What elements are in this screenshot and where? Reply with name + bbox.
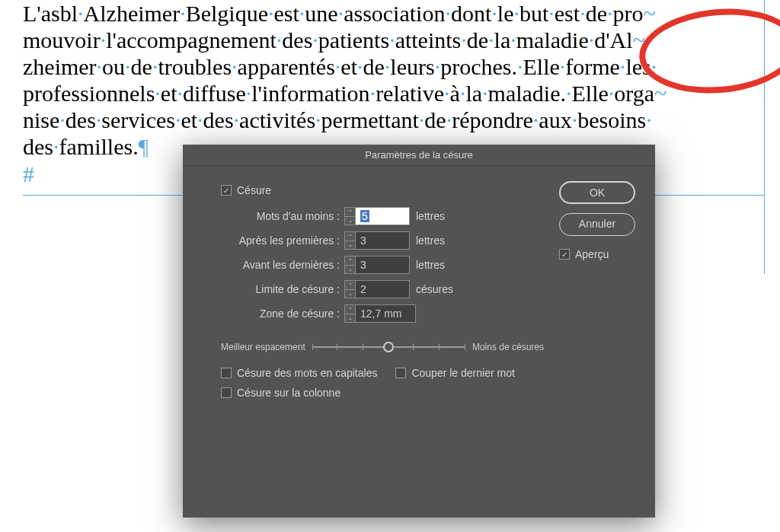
words-at-least-label: Mots d'au moins : <box>198 210 344 222</box>
before-last-unit: lettres <box>410 259 445 271</box>
slider-tick <box>337 344 337 350</box>
stepper-up-icon[interactable]: ⌃ <box>345 208 355 217</box>
slider-right-label: Moins de césures <box>472 342 544 352</box>
hyphen-zone-label: Zone de césure : <box>198 307 344 320</box>
slider-tick <box>312 344 313 350</box>
column-label: Césure sur la colonne <box>237 387 340 399</box>
last-word-checkbox-row[interactable]: Couper le dernier mot <box>395 365 514 381</box>
after-first-stepper[interactable]: ⌃⌄ <box>344 231 355 250</box>
last-word-checkbox[interactable] <box>395 368 406 378</box>
text-line-2: mouvoir·l'accompagnement·des·patients·at… <box>23 27 633 53</box>
preview-checkbox-row[interactable]: Aperçu <box>559 245 643 268</box>
last-word-label: Couper le dernier mot <box>411 367 514 379</box>
before-last-stepper[interactable]: ⌃⌄ <box>344 256 355 274</box>
text-line-5: nise·des·services·et·des·activités·perme… <box>23 107 652 132</box>
before-last-label: Avant les dernières : <box>198 259 344 271</box>
caps-label: Césure des mots en capitales <box>237 367 377 379</box>
hyphen-zone-input[interactable]: 12,7 mm <box>355 304 416 323</box>
stepper-down-icon[interactable]: ⌄ <box>345 290 355 298</box>
hyphenate-checkbox-row[interactable]: Césure <box>198 181 551 204</box>
hyphenation-settings-dialog: Paramètres de la césure Césure Mots d'au… <box>183 145 655 518</box>
stepper-down-icon[interactable]: ⌄ <box>345 241 355 250</box>
hyphenate-checkbox[interactable] <box>221 185 232 196</box>
slider-tick <box>439 344 440 350</box>
column-checkbox-row[interactable]: Césure sur la colonne <box>221 385 340 400</box>
caps-checkbox-row[interactable]: Césure des mots en capitales <box>221 365 377 381</box>
ok-button[interactable]: OK <box>559 181 635 204</box>
slider-left-label: Meilleur espacement <box>221 342 305 352</box>
end-of-story-marker: # <box>23 161 34 186</box>
before-last-input[interactable]: 3 <box>355 256 410 274</box>
text-line-3: zheimer·ou·de·troubles·apparentés·et·de·… <box>23 54 657 79</box>
words-at-least-stepper[interactable]: ⌃⌄ <box>344 207 355 225</box>
stepper-up-icon[interactable]: ⌃ <box>345 232 355 241</box>
slider-thumb[interactable] <box>383 342 394 352</box>
after-first-label: Après les premières : <box>198 234 344 247</box>
slider-tick <box>363 344 363 350</box>
slider-tick <box>465 344 465 350</box>
stepper-up-icon[interactable]: ⌃ <box>345 256 355 266</box>
caps-checkbox[interactable] <box>221 368 232 378</box>
column-checkbox[interactable] <box>221 387 232 398</box>
text-line-1: L'asbl·Alzheimer·Belgique·est·une·associ… <box>23 1 643 26</box>
discretionary-hyphen-2: ~ <box>633 27 645 53</box>
stepper-down-icon[interactable]: ⌄ <box>345 314 355 323</box>
after-first-input[interactable]: 3 <box>355 231 410 250</box>
stepper-up-icon[interactable]: ⌃ <box>345 281 355 290</box>
dialog-title: Paramètres de la césure <box>183 145 655 166</box>
words-at-least-input[interactable]: 5 <box>355 207 410 225</box>
preview-label: Aperçu <box>575 248 609 260</box>
hyphen-limit-unit: césures <box>410 283 453 295</box>
hyphen-limit-stepper[interactable]: ⌃⌄ <box>344 280 355 298</box>
preview-checkbox[interactable] <box>559 249 570 260</box>
stepper-down-icon[interactable]: ⌄ <box>345 217 355 225</box>
hyphen-zone-stepper[interactable]: ⌃⌄ <box>344 304 355 323</box>
words-at-least-unit: lettres <box>410 210 445 222</box>
hyphenate-label: Césure <box>237 184 271 196</box>
cancel-button[interactable]: Annuler <box>559 213 635 236</box>
discretionary-hyphen-3: ~ <box>654 81 667 106</box>
slider-tick <box>413 344 414 350</box>
hyphen-limit-label: Limite de césure : <box>198 283 344 295</box>
hyphen-slider[interactable] <box>312 339 465 355</box>
guide-line <box>764 0 765 274</box>
hyphen-limit-input[interactable]: 2 <box>355 280 410 298</box>
text-line-4: professionnels·et·diffuse·l'information·… <box>23 81 654 106</box>
stepper-up-icon[interactable]: ⌃ <box>345 305 355 314</box>
stepper-down-icon[interactable]: ⌄ <box>345 266 355 274</box>
discretionary-hyphen-1: ~ <box>643 1 655 26</box>
after-first-unit: lettres <box>410 234 445 247</box>
text-line-6: des·familles. <box>23 134 139 159</box>
pilcrow-marker: ¶ <box>139 134 149 159</box>
